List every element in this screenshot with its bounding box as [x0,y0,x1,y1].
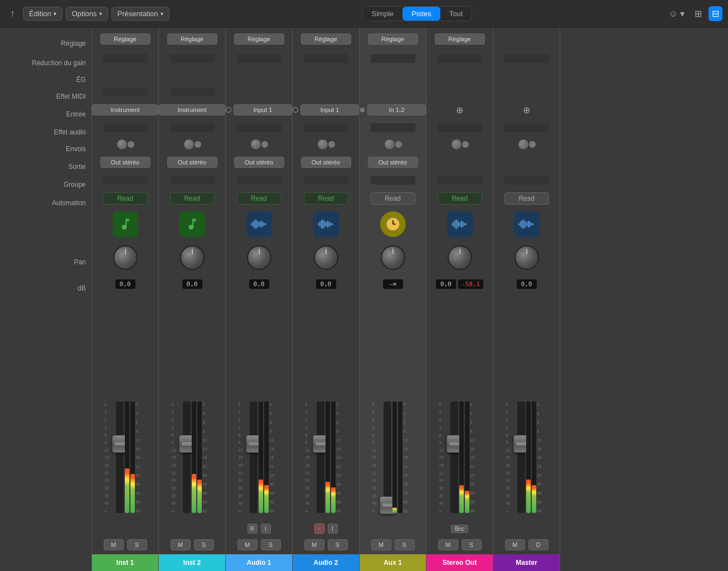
channel-icon-stereoout[interactable] [447,211,473,237]
db-val-inst2: 0,0 [182,279,202,289]
solo-btn-audio2[interactable]: S [328,539,348,550]
back-button[interactable]: ↑ [6,6,20,22]
send-knob-stereoout[interactable] [451,139,462,150]
svg-rect-29 [460,220,462,228]
effetmidi-row-audio1 [226,84,292,100]
face-icon-button[interactable]: ☺ ▾ [665,6,688,21]
mute-btn-audio2[interactable]: M [304,539,324,550]
sortie-btn-audio2[interactable]: Out stéréo [301,157,351,168]
mute-btn-audio1[interactable]: M [237,539,258,550]
ms-row-aux1: M S [360,535,426,554]
active-view-button[interactable]: ⊟ [708,6,722,21]
pan-knob-inst1[interactable] [113,245,138,270]
channel-icon-aux1[interactable] [380,211,406,237]
input-btn-aux1[interactable]: In 1-2 [367,104,426,115]
edition-menu[interactable]: Édition ▾ [23,7,62,21]
sortie-btn-aux1[interactable]: Out stéréo [368,157,418,168]
channel-icon-audio1[interactable] [246,211,272,237]
pan-knob-stereoout[interactable] [448,245,472,270]
automation-btn-master[interactable]: Read [504,192,549,205]
effetmidi-row-inst1 [92,84,158,100]
bnc-btn-stereoout[interactable]: Bnc [451,525,468,533]
right-controls: ☺ ▾ ⊞ ⊟ [665,6,722,21]
input-btn-inst1[interactable]: Instrument [92,104,158,115]
svg-rect-38 [526,222,527,226]
automation-row-aux1: Read [360,188,426,209]
solo-btn-inst1[interactable]: S [127,539,147,550]
r-btn-audio1[interactable]: R [247,524,258,534]
automation-btn-inst2[interactable]: Read [170,192,215,205]
presentation-menu[interactable]: Présentation ▾ [111,7,169,21]
send-dot-master [529,141,536,148]
pan-row-inst1 [92,239,158,275]
input-btn-inst2[interactable]: Instrument [159,104,225,115]
channel-icon-inst2[interactable] [179,211,205,237]
channel-name-audio1[interactable]: Audio 1 [226,554,292,571]
automation-btn-audio1[interactable]: Read [237,192,282,205]
reglage-btn-aux1[interactable]: Réglage [368,33,418,45]
mute-btn-inst1[interactable]: M [104,539,124,550]
view-tout-button[interactable]: Tout [440,7,472,21]
channel-aux1: Réglage ⊕In 1-2 Out stéréo Read [360,28,426,571]
r-btn-audio2[interactable]: R [314,524,324,534]
automation-row-audio1: Read [226,188,292,209]
channel-icon-master[interactable] [514,211,540,237]
solo-btn-aux1[interactable]: S [395,539,415,550]
i-btn-audio1[interactable]: I [261,524,271,534]
fader-scale-left-inst1: 63036 912151821 24303540∞ [105,401,115,513]
automation-btn-stereoout[interactable]: Read [438,192,482,205]
solo-btn-inst2[interactable]: S [194,539,214,550]
mute-btn-master[interactable]: M [505,539,525,550]
channel-icon-audio2[interactable] [313,211,339,237]
channel-name-master[interactable]: Master [493,554,560,571]
reduction-row-aux1 [360,50,426,67]
automation-btn-audio2[interactable]: Read [304,192,348,205]
channel-icon-inst1[interactable] [113,211,138,237]
channel-name-audio2[interactable]: Audio 2 [293,554,359,571]
sortie-btn-audio1[interactable]: Out stéréo [234,157,284,168]
view-pistes-button[interactable]: Pistes [402,7,440,21]
sortie-row-audio2: Out stéréo [293,153,359,172]
pan-knob-inst2[interactable] [180,245,205,270]
pan-knob-aux1[interactable] [381,245,405,270]
send-knob-aux1[interactable] [384,139,395,150]
mute-btn-inst2[interactable]: M [171,539,191,550]
solo-btn-stereoout[interactable]: S [462,539,482,550]
reglage-btn-inst2[interactable]: Réglage [167,33,217,45]
reglage-btn-inst1[interactable]: Réglage [100,33,151,45]
channel-name-inst2[interactable]: Inst 2 [159,554,225,571]
options-menu[interactable]: Options ▾ [66,7,108,21]
input-btn-audio1[interactable]: Input 1 [234,104,292,115]
send-knob-audio2[interactable] [317,139,328,150]
reglage-btn-stereoout[interactable]: Réglage [435,33,485,45]
sortie-btn-inst1[interactable]: Out stéréo [100,157,151,168]
send-knob-inst1[interactable] [117,139,128,150]
send-knob-master[interactable] [518,139,529,150]
pan-knob-master[interactable] [515,245,539,270]
send-knob-audio1[interactable] [250,139,261,150]
i-btn-audio2[interactable]: I [328,524,338,534]
pan-knob-audio1[interactable] [247,245,271,270]
reglage-btn-audio1[interactable]: Réglage [234,33,284,45]
mute-btn-aux1[interactable]: M [371,539,391,550]
fader-area-inst2: 63036 912151821 24303540∞ 036912 1518212… [169,397,215,520]
db-val-inst1: 0,0 [115,279,135,289]
reglage-btn-audio2[interactable]: Réglage [301,33,351,45]
input-btn-audio2[interactable]: Input 1 [300,104,359,115]
pan-knob-audio2[interactable] [314,245,338,270]
sortie-row-master [493,153,560,172]
channel-name-stereoout[interactable]: Stereo Out [426,554,493,571]
sortie-btn-inst2[interactable]: Out stéréo [167,157,217,168]
fader-scale-right-audio2: 036912 1518212430 405060 [337,401,347,513]
reglage-row-master [493,28,560,50]
channel-name-inst1[interactable]: Inst 1 [92,554,158,571]
solo-btn-master[interactable]: D [528,539,549,550]
channel-name-aux1[interactable]: Aux 1 [360,554,426,571]
columns-icon-button[interactable]: ⊞ [691,6,705,21]
automation-btn-aux1[interactable]: Read [371,192,415,205]
automation-btn-inst1[interactable]: Read [103,192,148,205]
solo-btn-audio1[interactable]: S [261,539,281,550]
view-simple-button[interactable]: Simple [363,7,403,21]
mute-btn-stereoout[interactable]: M [438,539,458,550]
send-knob-inst2[interactable] [183,139,195,150]
